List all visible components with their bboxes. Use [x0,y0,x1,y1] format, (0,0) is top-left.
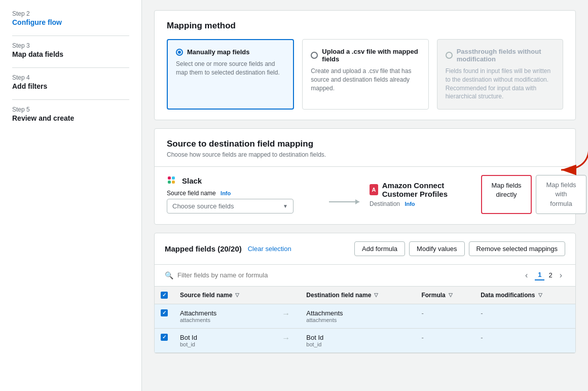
option-passthrough-desc: Fields found in input files will be writ… [446,67,555,101]
mapping-option-manual[interactable]: Manually map fields Select one or more s… [167,39,294,110]
sidebar-step-2: Step 2 Configure flow [12,10,129,26]
step-3-title[interactable]: Map data fields [12,50,129,58]
th-checkbox [155,287,174,304]
step-2-title[interactable]: Configure flow [12,18,129,26]
source-info-badge[interactable]: Info [220,190,231,196]
dest-label: Destination Info [370,200,481,207]
row1-source-name: Attachments [180,309,266,317]
mapped-fields-count: (20/20) [217,244,242,253]
th-formula: Formula ▽ [415,287,474,304]
sidebar-divider-1 [12,35,129,36]
total-pages: 2 [548,271,552,279]
sort-formula-icon[interactable]: ▽ [449,292,453,298]
dest-info-badge[interactable]: Info [405,201,415,207]
th-source: Source field name ▽ [174,287,272,304]
th-dest: Destination field name ▽ [300,287,415,304]
option-manual-header: Manually map fields [176,48,285,56]
dest-section: A Amazon Connect Customer Profiles Desti… [370,181,481,207]
radio-csv [311,52,318,59]
search-icon: 🔍 [165,271,173,279]
sort-dest-icon[interactable]: ▽ [374,292,378,298]
dest-name: Amazon Connect Customer Profiles [382,181,481,198]
row1-source: Attachments attachments [174,304,272,328]
mapping-option-passthrough: Passthrough fields without modification … [437,39,563,110]
pagination: ‹ 1 2 › [522,270,565,281]
row1-dest: Attachments attachments [300,304,415,328]
option-csv-title: Upload a .csv file with mapped fields [322,48,420,63]
step-4-title[interactable]: Add filters [12,82,129,90]
sort-source-icon[interactable]: ▽ [235,292,239,298]
mapped-fields-table: Source field name ▽ Destination field na… [155,287,575,353]
mapping-method-card: Mapping method Manually map fields Selec… [154,10,576,120]
next-page-button[interactable]: › [557,270,565,281]
step-3-label: Step 3 [12,42,129,49]
row1-dest-sub: attachments [306,317,409,323]
option-manual-title: Manually map fields [187,48,250,56]
map-fields-directly-button[interactable]: Map fields directly [481,175,532,214]
map-fields-area: Map fields directly Map fields with form… [481,175,586,214]
source-name: Slack [182,176,202,185]
row2-source: Bot Id bot_id [174,328,272,352]
row2-modifications: - [474,328,575,352]
svg-rect-2 [168,181,171,184]
svg-rect-1 [172,176,175,180]
red-arrow-icon [548,145,588,177]
source-dropdown-placeholder: Choose source fields [172,202,234,210]
mapping-option-csv[interactable]: Upload a .csv file with mapped fields Cr… [302,39,428,110]
sort-mods-icon[interactable]: ▽ [538,292,542,298]
row1-arrow: → [272,304,300,328]
map-fields-formula-button[interactable]: Map fields with formula [536,175,586,214]
select-all-checkbox[interactable] [161,292,168,299]
dropdown-arrow-icon: ▼ [283,203,288,209]
step-2-label: Step 2 [12,10,129,17]
option-csv-header: Upload a .csv file with mapped fields [311,48,420,63]
th-modifications: Data modifications ▽ [474,287,575,304]
row2-dest: Bot Id bot_id [300,328,415,352]
sidebar-divider-2 [12,67,129,68]
step-5-title[interactable]: Review and create [12,114,129,122]
table-header-row: Source field name ▽ Destination field na… [155,287,575,304]
radio-passthrough [446,52,453,59]
row2-source-name: Bot Id [180,334,266,341]
source-field-label: Source field name Info [167,190,319,197]
option-manual-desc: Select one or more source fields and map… [176,60,285,77]
sidebar: Step 2 Configure flow Step 3 Map data fi… [0,0,142,391]
row2-dest-sub: bot_id [306,341,409,347]
row1-formula: - [415,304,474,328]
source-header: Slack [167,175,319,187]
step-5-label: Step 5 [12,106,129,113]
remove-mappings-button[interactable]: Remove selected mappings [469,241,565,256]
table-row: Attachments attachments → Attachments at… [155,304,575,328]
mapping-options: Manually map fields Select one or more s… [167,39,563,110]
map-buttons-wrapper: Map fields directly Map fields with form… [481,175,586,214]
sidebar-step-5: Step 5 Review and create [12,106,129,122]
arrow-connector [319,201,370,202]
step-4-label: Step 4 [12,74,129,81]
row1-checkbox[interactable] [161,309,168,316]
dest-header: A Amazon Connect Customer Profiles [370,181,481,198]
row2-source-sub: bot_id [180,341,266,347]
search-input[interactable] [177,271,518,279]
map-btn-group: Map fields directly Map fields with form… [481,175,586,214]
arrow-line [329,201,359,202]
prev-page-button[interactable]: ‹ [522,270,531,281]
radio-manual [176,49,183,56]
row1-modifications: - [474,304,575,328]
row2-checkbox[interactable] [161,334,168,341]
option-csv-desc: Create and upload a .csv file that has s… [311,67,420,92]
mapped-fields-section: Mapped fields (20/20) Clear selection Ad… [154,233,576,353]
search-bar: 🔍 ‹ 1 2 › [155,265,575,287]
slack-icon [167,175,178,187]
field-mapping-row: Slack Source field name Info Choose sour… [167,175,563,214]
add-formula-button[interactable]: Add formula [354,241,405,256]
current-page[interactable]: 1 [535,270,544,280]
th-spacer [272,287,300,304]
modify-values-button[interactable]: Modify values [409,241,464,256]
table-row: Bot Id bot_id → Bot Id bot_id - - [155,328,575,352]
row1-source-sub: attachments [180,317,266,323]
amazon-connect-icon: A [370,184,378,195]
source-dropdown[interactable]: Choose source fields ▼ [167,199,293,214]
svg-rect-0 [168,176,171,180]
clear-selection-link[interactable]: Clear selection [248,245,291,253]
mapped-fields-header: Mapped fields (20/20) Clear selection Ad… [155,233,575,265]
